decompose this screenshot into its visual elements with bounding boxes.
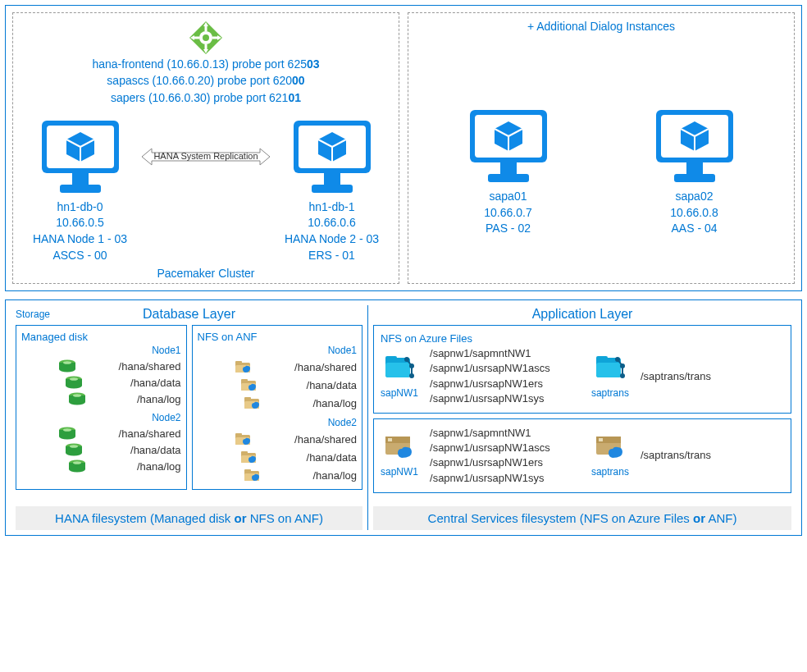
- disk-icon: [68, 459, 86, 473]
- hana-replication-arrow: HANA System Replication: [140, 145, 271, 168]
- pacemaker-cluster-box: hana-frontend (10.66.0.13) probe port 62…: [12, 12, 399, 284]
- app-node-1: sapa01 10.66.0.7 PAS - 02: [415, 103, 601, 237]
- architecture-top: hana-frontend (10.66.0.13) probe port 62…: [5, 5, 802, 291]
- nfs-azurefiles-panel: NFS on Azure Files sapNW1 /sapnw1/sapmnt…: [373, 325, 791, 414]
- vm-icon: [35, 114, 125, 196]
- anf-share-icon: [382, 433, 417, 464]
- vm-icon: [650, 103, 740, 185]
- nfs-folder-icon: [240, 377, 258, 392]
- load-balancer-icon: [186, 20, 226, 56]
- storage-section: Storage Database Layer Managed disk Node…: [5, 299, 802, 536]
- vm-icon: [463, 103, 554, 185]
- nfs-folder-icon: [235, 432, 253, 446]
- svg-text:HANA System Replication: HANA System Replication: [153, 151, 258, 161]
- hana-node-2: hn1-db-1 10.66.0.6 HANA Node 2 - 03 ERS …: [271, 114, 392, 263]
- disk-icon: [65, 376, 83, 389]
- lb-config-text: hana-frontend (10.66.0.13) probe port 62…: [20, 56, 392, 106]
- app-node-2: sapa02 10.66.0.8 AAS - 04: [601, 103, 787, 237]
- storage-label: Storage: [16, 309, 50, 320]
- db-footer: HANA filesystem (Managed disk or NFS on …: [16, 506, 362, 530]
- dialog-title: + Additional Dialog Instances: [415, 20, 787, 41]
- nfs-folder-icon: [244, 468, 262, 482]
- hana-node-1: hn1-db-0 10.66.0.5 HANA Node 1 - 03 ASCS…: [20, 114, 140, 263]
- dialog-instances-box: + Additional Dialog Instances sapa01 10.…: [408, 12, 795, 284]
- cluster-caption: Pacemaker Cluster: [20, 263, 392, 280]
- app-footer: Central Services filesystem (NFS on Azur…: [373, 506, 791, 530]
- disk-icon: [58, 359, 76, 373]
- anf-share-panel: sapNW1 /sapnw1/sapmntNW1 /sapnw1/usrsapN…: [373, 418, 791, 493]
- managed-disk-panel: Managed disk Node1 /hana/shared /hana/da…: [16, 325, 187, 490]
- nfs-folder-icon: [240, 450, 258, 464]
- app-layer-title: Application Layer: [373, 307, 791, 322]
- nfs-folder-icon: [244, 395, 262, 410]
- anf-share-icon: [593, 433, 627, 464]
- disk-icon: [65, 443, 83, 456]
- nfs-anf-panel: NFS on ANF Node1 /hana/shared /hana/data…: [192, 325, 363, 490]
- nfs-folder-icon: [235, 359, 253, 374]
- db-layer-title: Database Layer: [16, 307, 362, 322]
- vm-icon: [287, 114, 377, 196]
- azure-files-icon: [593, 354, 627, 386]
- azure-files-icon: [382, 354, 417, 386]
- disk-icon: [58, 427, 76, 440]
- disk-icon: [68, 392, 86, 405]
